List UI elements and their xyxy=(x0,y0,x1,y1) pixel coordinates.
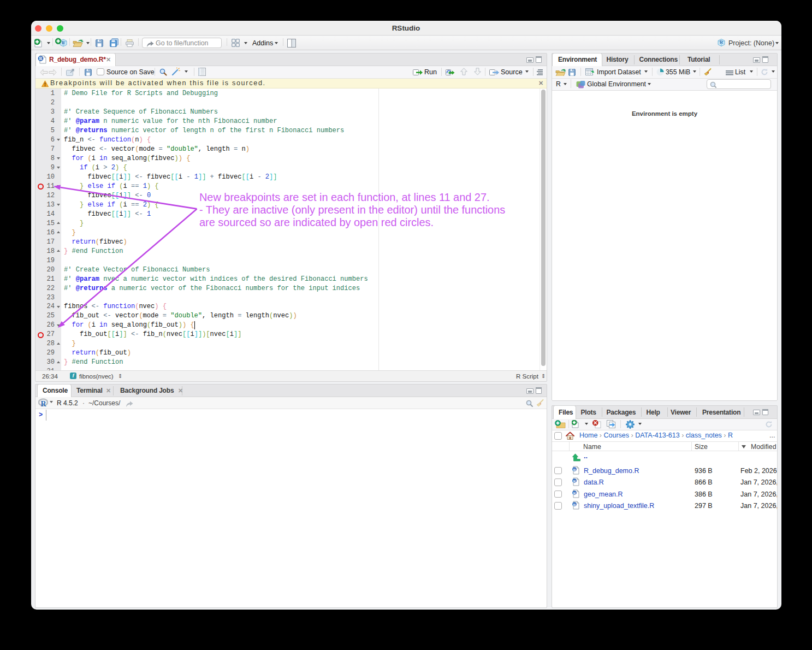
svg-text:R: R xyxy=(719,39,723,44)
svg-text:R: R xyxy=(62,40,65,45)
svg-text:R: R xyxy=(40,399,46,407)
svg-text:R: R xyxy=(39,56,43,61)
